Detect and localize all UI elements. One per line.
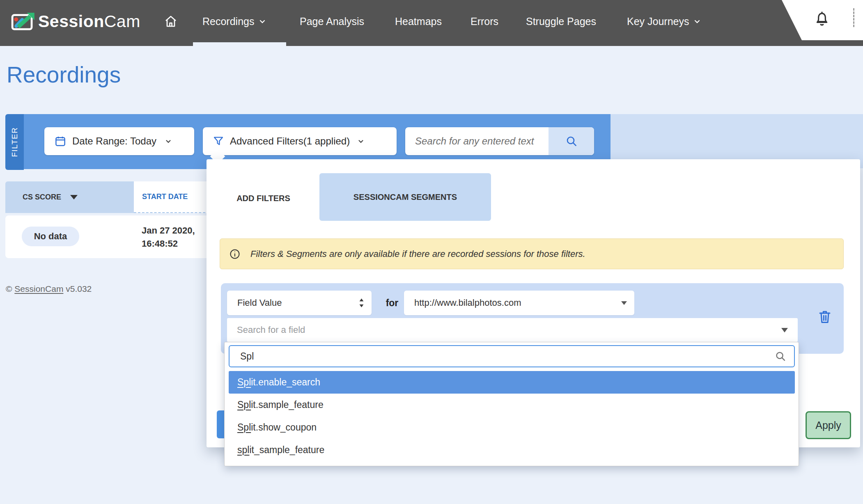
advanced-filters-button[interactable]: Advanced Filters(1 applied) (203, 127, 397, 155)
field-search-combobox[interactable]: Search for a field (227, 318, 798, 342)
chevron-down-icon (693, 17, 701, 25)
trash-icon[interactable] (817, 309, 832, 325)
field-query-input[interactable] (230, 351, 774, 362)
column-header-cs-score[interactable]: CS SCORE (5, 181, 134, 213)
autocomplete-option[interactable]: Split.show_coupon (229, 416, 795, 439)
nav-item-struggle-pages[interactable]: Struggle Pages (526, 0, 596, 43)
advanced-filters-label: Advanced Filters(1 applied) (230, 135, 350, 147)
autocomplete-option[interactable]: Split.sample_feature (229, 394, 795, 416)
for-label: for (380, 291, 404, 315)
start-date-value: Jan 27 2020, 16:48:52 (142, 224, 195, 250)
sort-descending-icon (70, 195, 78, 199)
caret-down-icon (781, 328, 788, 332)
tab-add-filters[interactable]: ADD FILTERS (228, 187, 298, 210)
nav-label: Key Journeys (627, 16, 689, 27)
nav-item-recordings[interactable]: Recordings (202, 0, 266, 43)
footer-brand-link[interactable]: SessionCam (14, 284, 63, 293)
field-query-box (229, 345, 795, 367)
top-nav: SessionCam Recordings Page Analysis Heat… (0, 0, 863, 46)
text-search-input[interactable] (405, 135, 549, 147)
active-tab-indicator (193, 42, 286, 46)
nav-item-key-journeys[interactable]: Key Journeys (627, 0, 701, 43)
notice-text: Filters & Segments are only available if… (250, 249, 585, 259)
autocomplete-option[interactable]: split_sample_feature (229, 439, 795, 461)
info-circle-icon (229, 248, 241, 260)
footer-version-number: v5.032 (66, 284, 92, 293)
nav-label: Page Analysis (300, 16, 364, 27)
chevron-down-icon (357, 137, 365, 145)
filter-tab-label: FILTER (10, 127, 19, 157)
notice-banner: Filters & Segments are only available if… (220, 238, 844, 269)
page-title: Recordings (7, 62, 121, 88)
site-select-value: http://www.bilalphotos.com (414, 298, 521, 308)
bell-icon[interactable] (814, 10, 830, 28)
column-header-start-date[interactable]: START DATE (134, 181, 213, 213)
apply-button[interactable]: Apply (806, 411, 851, 439)
site-select[interactable]: http://www.bilalphotos.com (404, 291, 634, 315)
chevron-down-icon (165, 137, 172, 145)
field-search-placeholder: Search for a field (237, 325, 305, 335)
search-button[interactable] (549, 127, 594, 155)
nav-label: Errors (471, 16, 498, 27)
sort-arrows-icon (359, 298, 364, 308)
filter-side-tab[interactable]: FILTER (5, 114, 24, 170)
brand-logo[interactable]: SessionCam (11, 0, 140, 43)
magnifier-icon (565, 135, 578, 148)
field-type-select[interactable]: Field Value (227, 291, 372, 315)
nav-label: Heatmaps (395, 16, 442, 27)
chevron-down-icon (258, 17, 266, 25)
tab-sessioncam-segments[interactable]: SESSIONCAM SEGMENTS (319, 173, 491, 221)
sessioncam-logo-icon (11, 12, 35, 31)
nav-label: Struggle Pages (526, 16, 596, 27)
footer-version: © SessionCam v5.032 (6, 284, 92, 294)
field-type-value: Field Value (237, 298, 282, 308)
copyright-symbol: © (6, 284, 12, 293)
cs-score-header-label: CS SCORE (23, 193, 61, 202)
field-autocomplete-dropdown: Split.enable_search Split.sample_feature… (224, 342, 799, 466)
home-icon (163, 14, 178, 29)
nav-item-errors[interactable]: Errors (471, 0, 498, 43)
start-date-header-label: START DATE (142, 192, 188, 201)
cs-score-badge: No data (22, 227, 79, 246)
nav-item-heatmaps[interactable]: Heatmaps (395, 0, 442, 43)
nav-home[interactable] (163, 0, 178, 43)
sessioncam-app: SessionCam Recordings Page Analysis Heat… (0, 0, 863, 504)
date-range-label: Date Range: Today (72, 135, 156, 147)
brand-name: SessionCam (38, 12, 140, 31)
overflow-menu-divider[interactable] (853, 8, 854, 27)
caret-down-icon (621, 301, 627, 305)
nav-label: Recordings (202, 16, 254, 27)
nav-item-page-analysis[interactable]: Page Analysis (300, 0, 364, 43)
magnifier-icon (774, 350, 787, 362)
date-range-button[interactable]: Date Range: Today (44, 127, 194, 155)
text-search-box (405, 127, 594, 155)
autocomplete-option[interactable]: Split.enable_search (229, 371, 795, 394)
calendar-icon (54, 135, 67, 147)
table-row[interactable]: No data Jan 27 2020, 16:48:52 (5, 215, 213, 258)
funnel-icon (213, 135, 224, 147)
